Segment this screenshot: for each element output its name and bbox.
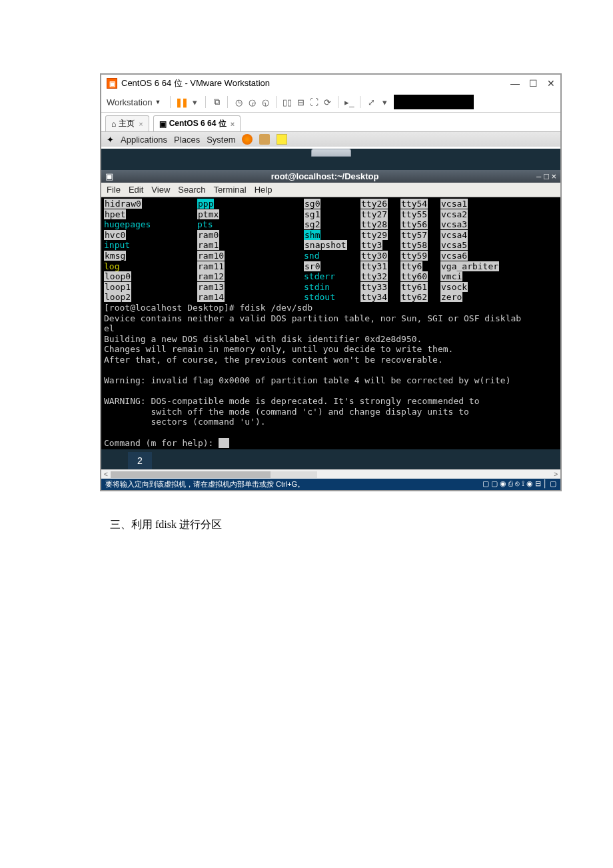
dev-entry: ppp [197,199,214,209]
dev-entry: tty56 [400,219,428,229]
minimize-button[interactable]: — [510,78,520,89]
terminal-tab-handle[interactable] [311,149,351,157]
dev-entry: ram0 [197,230,219,240]
dev-entry: vsock [440,282,468,292]
tab-vm-label: CentOS 6 64 位 [169,118,227,129]
terminal-menubar: File Edit View Search Terminal Help [101,183,560,197]
dev-entry: kmsg [104,251,126,261]
vm-desktop [101,149,560,170]
dev-entry: hidraw0 [104,199,142,209]
status-icons: ▢ ▢ ◉ ⎙ ⎋ ⟟ ◉ ⊟ │ ▢ [482,479,556,489]
applications-menu[interactable]: Applications [121,135,167,145]
dev-entry: vcsa2 [440,209,468,219]
manage-button[interactable]: ◵ [259,96,272,108]
close-icon[interactable]: × [231,120,235,128]
revert-button[interactable]: ◶ [245,96,259,108]
dev-entry: hugepages [104,219,151,229]
firefox-icon[interactable] [242,134,253,145]
system-menu[interactable]: System [207,135,235,145]
toolbar: Workstation ▼ ❚❚ ▾ ⧉ ◷ ◶ ◵ ▯▯ ⊟ ⛶ ⟳ ▸_ ⤢… [101,92,560,113]
dev-entry: tty57 [400,230,428,240]
dev-entry: tty6 [400,261,422,271]
stretch-button[interactable]: ⤢ [364,96,378,108]
terminal-icon: ▣ [105,171,113,181]
dev-entry: hpet [104,209,126,219]
dev-entry: pts [197,219,213,229]
close-button[interactable]: ✕ [547,78,555,89]
tab-bar: ⌂ 主页 × ▣ CentOS 6 64 位 × [101,113,560,131]
vm-tab-icon: ▣ [159,119,167,129]
scroll-right-icon[interactable]: > [551,471,560,478]
dev-entry: log [104,261,119,271]
window-title: CentOS 6 64 位 - VMware Workstation [121,77,510,89]
cycle-button[interactable]: ⟳ [320,96,334,108]
dropdown2-icon[interactable]: ▾ [378,96,391,108]
tile-button[interactable]: ▯▯ [281,96,294,108]
menu-file[interactable]: File [107,185,121,195]
menu-view[interactable]: View [151,185,170,195]
scroll-left-icon[interactable]: < [101,471,111,478]
dev-entry: tty60 [400,271,428,281]
dev-entry: tty61 [400,282,428,292]
unity-button[interactable]: ⊟ [294,96,307,108]
menu-terminal[interactable]: Terminal [214,185,247,195]
terminal-cursor [219,438,229,448]
chevron-down-icon[interactable]: ▼ [155,99,161,105]
dev-entry: sr0 [304,261,320,271]
gnome-logo-icon: ✦ [107,135,114,145]
send-ctrl-alt-del-button[interactable]: ⧉ [210,96,223,108]
snapshot-button[interactable]: ◷ [232,96,245,108]
menu-help[interactable]: Help [255,185,273,195]
dev-entry: stdout [304,292,335,302]
dev-entry: tty32 [360,271,388,281]
tab-home-label: 主页 [119,118,135,129]
terminal-window: ▣ root@localhost:~/Desktop – □ × File Ed… [101,170,560,449]
dev-entry: hvc0 [104,230,126,240]
dev-entry: shm [304,230,320,240]
dev-entry: snd [304,251,319,261]
menu-search[interactable]: Search [178,185,205,195]
dev-entry: input [104,240,130,250]
dev-entry: tty27 [360,209,388,219]
pause-button[interactable]: ❚❚ [175,96,188,108]
dev-entry: tty59 [400,251,428,261]
dev-entry: tty58 [400,240,428,250]
notes-icon[interactable] [277,134,287,145]
dev-entry: stdin [304,282,330,292]
dev-entry: ram12 [197,271,225,281]
dev-entry: vcsa5 [440,240,468,250]
fullscreen-button[interactable]: ⛶ [307,96,320,108]
workspace-badge[interactable]: 2 [128,452,152,469]
workstation-menu[interactable]: Workstation [107,97,152,107]
dev-entry: tty33 [360,282,388,292]
dev-entry: tty3 [360,240,382,250]
close-icon[interactable]: × [139,120,143,128]
tab-home[interactable]: ⌂ 主页 × [105,115,149,131]
horizontal-scrollbar[interactable]: < > [101,469,560,479]
dev-entry: tty34 [360,292,388,302]
terminal-minimize-button[interactable]: – [536,171,544,181]
dev-entry: tty55 [400,209,428,219]
dev-entry: snapshot [304,240,347,250]
menu-edit[interactable]: Edit [129,185,143,195]
dev-entry: ram11 [197,261,225,271]
dev-entry: loop2 [104,292,131,302]
file-manager-icon[interactable] [259,134,270,145]
terminal-maximize-button[interactable]: □ [544,171,551,181]
console-button[interactable]: ▸_ [342,96,356,108]
terminal-close-button[interactable]: × [551,171,556,181]
dev-entry: zero [440,292,462,302]
dev-entry: stderr [304,271,335,281]
dev-entry: tty29 [360,230,388,240]
dev-entry: loop0 [104,271,131,281]
gnome-panel: ✦ Applications Places System [101,131,560,147]
tab-vm[interactable]: ▣ CentOS 6 64 位 × [153,115,241,131]
vmware-window: ▣ CentOS 6 64 位 - VMware Workstation — ☐… [100,73,562,491]
dev-entry: vcsa1 [440,199,468,209]
maximize-button[interactable]: ☐ [529,78,538,89]
places-menu[interactable]: Places [174,135,200,145]
terminal-body[interactable]: hidraw0pppsg0tty26tty54vcsa1hpetptmxsg1t… [101,197,560,449]
dropdown-icon[interactable]: ▾ [188,96,201,108]
dev-entry: ram10 [197,251,225,261]
dev-entry: sg1 [304,209,320,219]
